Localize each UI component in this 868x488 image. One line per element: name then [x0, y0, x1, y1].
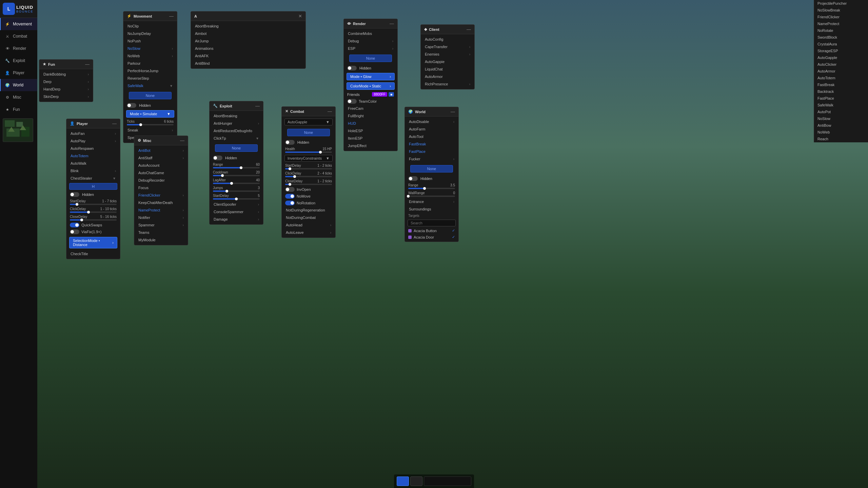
- render-item-fullbright[interactable]: FullBright: [344, 112, 397, 120]
- render-item-esp[interactable]: ESP›: [344, 45, 397, 52]
- misc-item-friendclicker[interactable]: FriendClicker›: [134, 191, 188, 199]
- world-target-acacia-button[interactable]: Acacia Button ✓: [405, 227, 458, 234]
- right-panel-item-swordblock[interactable]: SwordBlock: [814, 34, 868, 41]
- combat-item-autoleave[interactable]: AutoLeave›: [282, 229, 335, 236]
- world-none-btn[interactable]: None: [410, 165, 453, 172]
- movement-item-nopush[interactable]: NoPush: [123, 37, 177, 45]
- movement-item-reversestep[interactable]: ReverseStep: [123, 75, 177, 82]
- exploit-panel-header[interactable]: 🔧 Exploit —: [210, 101, 263, 111]
- misc-item-teams[interactable]: Teams: [134, 229, 188, 236]
- norotation-toggle[interactable]: [285, 201, 295, 205]
- movement-item-sneak[interactable]: Sneak›: [123, 126, 177, 134]
- right-panel-item-autoclicker[interactable]: AutoClicker: [814, 61, 868, 68]
- right-panel-item-crystalaura[interactable]: CrystalAura: [814, 41, 868, 47]
- right-panel-item-noslow[interactable]: NoSlow: [814, 115, 868, 122]
- right-panel-item-reach[interactable]: Reach: [814, 136, 868, 142]
- a-item-aimbot[interactable]: Aimbot: [191, 30, 305, 37]
- exploit-item-antireduced[interactable]: AntiReducedDebugInfo: [210, 127, 263, 135]
- combat-close-btn[interactable]: —: [328, 109, 332, 114]
- world-item-fastplace[interactable]: FastPlace: [405, 148, 458, 155]
- misc-item-antibot[interactable]: AntiBot›: [134, 147, 188, 154]
- sidebar-item-world[interactable]: 🌍 World: [0, 79, 37, 91]
- fun-item-skinderp[interactable]: SkinDerp›: [39, 93, 93, 100]
- a-item-antiblind[interactable]: AntiBlind: [191, 60, 305, 67]
- combat-norotation[interactable]: NoRotation: [282, 200, 335, 206]
- taskbar-btn-1[interactable]: [397, 476, 409, 486]
- right-panel-item-backtrack[interactable]: Backtrack: [814, 88, 868, 95]
- client-panel-header[interactable]: ◆ Client —: [421, 25, 474, 34]
- teamcolor-toggle[interactable]: [347, 99, 357, 104]
- combat-invopen[interactable]: InvOpen: [282, 186, 335, 193]
- player-hidden-toggle[interactable]: [70, 192, 79, 197]
- combat-hidden-toggle[interactable]: [285, 140, 295, 145]
- a-item-airjump[interactable]: AirJump: [191, 37, 305, 45]
- misc-item-antistaff[interactable]: AntiStaff›: [134, 154, 188, 162]
- right-panel-item-projectilepuncher[interactable]: ProjectilePuncher: [814, 0, 868, 7]
- player-viafix[interactable]: ViaFix(1.9+): [66, 228, 120, 235]
- a-item-abortbreaking[interactable]: AbortBreaking: [191, 22, 305, 30]
- right-panel-item-fastbreak[interactable]: FastBreak: [814, 81, 868, 88]
- startdelay-track[interactable]: [213, 198, 260, 200]
- movement-item-nojumpdelay[interactable]: NoJumpDelay: [123, 30, 177, 37]
- friends-toggle-btn[interactable]: ■: [389, 92, 394, 97]
- combat-closedelay-track[interactable]: [285, 184, 332, 185]
- misc-item-focus[interactable]: Focus: [134, 184, 188, 191]
- player-quickswaps[interactable]: QuickSwaps: [66, 222, 120, 228]
- render-item-debug[interactable]: Debug›: [344, 37, 397, 45]
- friends-color-swatch[interactable]: 8800FF: [372, 92, 387, 97]
- right-panel-item-noslowbreak[interactable]: NoSlowBreak: [814, 7, 868, 14]
- render-item-combinemobs[interactable]: CombineMobs: [344, 30, 397, 37]
- right-panel-item-antibow[interactable]: AntiBow: [814, 122, 868, 129]
- exploit-item-consolespammer[interactable]: ConsoleSpammer›: [210, 208, 263, 216]
- render-teamcolor[interactable]: TeamColor: [344, 98, 397, 105]
- combat-none-btn[interactable]: None: [287, 129, 330, 136]
- render-close-btn[interactable]: —: [390, 21, 394, 26]
- misc-close-btn[interactable]: —: [180, 138, 184, 143]
- render-none-btn[interactable]: None: [349, 55, 392, 62]
- misc-item-mymodule[interactable]: MyModule: [134, 236, 188, 244]
- movement-close-btn[interactable]: —: [169, 14, 174, 19]
- combat-panel-header[interactable]: ✕ Combat —: [282, 107, 335, 116]
- player-input[interactable]: H: [69, 183, 117, 190]
- world-item-surroundings[interactable]: Surroundings: [405, 205, 458, 213]
- exploit-hidden-toggle[interactable]: [213, 156, 222, 160]
- misc-panel-header[interactable]: ⚙ Misc —: [134, 136, 188, 145]
- right-panel-item-storageesp[interactable]: StorageESP: [814, 47, 868, 54]
- right-panel-item-friendclicker[interactable]: FriendClicker: [814, 14, 868, 20]
- a-panel-header[interactable]: A ✕: [191, 12, 305, 21]
- movement-item-noweb[interactable]: NoWeb›: [123, 52, 177, 60]
- combat-startdelay-track[interactable]: [285, 168, 332, 169]
- sidebar-item-fun[interactable]: ★ Fun: [0, 103, 37, 116]
- render-hidden-toggle[interactable]: [347, 66, 357, 70]
- fun-item-dankbobbing[interactable]: DankBobbing›: [39, 70, 93, 78]
- exploit-item-antihunger[interactable]: AntiHunger›: [210, 120, 263, 127]
- world-target-acacia-door[interactable]: Acacia Door ✓: [405, 234, 458, 240]
- combat-autogapple-dropdown[interactable]: AutoGapple ▼: [284, 119, 333, 125]
- start-delay-track[interactable]: [70, 204, 117, 205]
- right-panel-item-autopot[interactable]: AutoPot: [814, 108, 868, 115]
- health-track[interactable]: [285, 151, 332, 153]
- world-hidden-toggle[interactable]: [408, 176, 418, 181]
- fun-panel-header[interactable]: ★ Fun —: [39, 60, 93, 69]
- player-item-autorespawn[interactable]: AutoRespawn: [66, 145, 120, 152]
- render-panel-header[interactable]: 👁 Render —: [344, 19, 397, 28]
- click-delay-track[interactable]: [70, 211, 117, 213]
- client-item-autoconfig[interactable]: AutoConfig: [421, 36, 474, 43]
- right-panel-item-fastplace[interactable]: FastPlace: [814, 95, 868, 102]
- a-item-antiafk[interactable]: AntiAFK: [191, 52, 305, 60]
- right-panel-item-autoarmor[interactable]: AutoArmor: [814, 68, 868, 75]
- player-item-autofan[interactable]: AutoFan›: [66, 130, 120, 137]
- exploit-item-clicktp[interactable]: ClickTp▼: [210, 135, 263, 142]
- a-item-animations[interactable]: Animations: [191, 45, 305, 52]
- range-track[interactable]: [213, 167, 260, 168]
- jumps-track[interactable]: [213, 190, 260, 192]
- client-item-capetransfer[interactable]: CapeTransfer›: [421, 43, 474, 50]
- world-item-entrance[interactable]: Entrance›: [405, 198, 458, 205]
- a-close-btn[interactable]: ✕: [298, 14, 302, 19]
- invopen-toggle[interactable]: [285, 187, 295, 192]
- movement-item-perfecthorsejump[interactable]: PerfectHorseJump: [123, 67, 177, 75]
- player-selection-mode[interactable]: SelectionMode • Distance ›: [69, 237, 117, 248]
- right-panel-item-noweb[interactable]: NoWeb: [814, 129, 868, 136]
- right-panel-item-norotate[interactable]: NoRotate: [814, 27, 868, 34]
- sidebar-item-movement[interactable]: ⚡ Movement: [0, 18, 37, 30]
